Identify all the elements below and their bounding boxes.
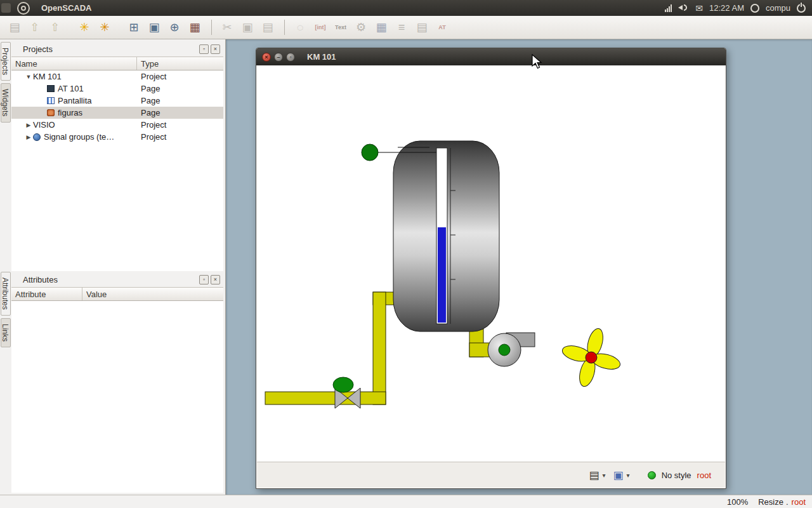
elementary-figure-button[interactable]: ◌ <box>291 18 310 36</box>
new-window-button[interactable]: ⊞ <box>124 18 143 36</box>
run-project-button[interactable]: ✳ <box>95 18 114 36</box>
child-window[interactable]: × – ▫ KM 101 <box>256 48 726 489</box>
topbar-left: OpenSCADA <box>0 0 91 16</box>
float-panel-button[interactable]: ▫ <box>199 275 209 284</box>
dock-tabs-top: ProjectsWidgets <box>1 42 11 125</box>
mail-icon[interactable]: ✉ <box>695 4 703 13</box>
style-dropdown-caret[interactable]: ▾ <box>627 472 630 479</box>
mdi-workspace: × – ▫ KM 101 <box>226 39 812 495</box>
tree-item-label: figuras <box>58 108 82 117</box>
desktop: OpenSCADA ✉ 12:22 AM compu ▤⇧⇧✳✳⊞▣⊕▦✂▣▤◌… <box>0 0 812 508</box>
signal-icon <box>33 133 41 141</box>
dock-tab-widgets[interactable]: Widgets <box>1 83 11 122</box>
attributes-panel-header: Attributes ▫ × <box>11 272 223 287</box>
at-values-widget-button[interactable]: AT <box>433 18 452 36</box>
topbar-indicators: ✉ 12:22 AM compu <box>665 3 812 13</box>
mouse-cursor <box>532 54 546 70</box>
run-widget-button[interactable]: ✳ <box>75 18 94 36</box>
copy-button[interactable]: ▣ <box>238 18 257 36</box>
fan-hub <box>586 352 597 363</box>
print-dropdown-caret[interactable]: ▾ <box>603 472 606 479</box>
column-header-value[interactable]: Value <box>82 288 223 300</box>
dock-tab-attributes[interactable]: Attributes <box>1 272 11 316</box>
close-panel-button[interactable]: × <box>211 275 220 284</box>
app-window-icon[interactable] <box>1 3 11 13</box>
dock-area: ProjectsWidgets AttributesLinks Projects… <box>0 39 226 495</box>
zoom-window-button[interactable]: ⊕ <box>165 18 184 36</box>
session-icon[interactable] <box>750 4 759 13</box>
clock[interactable]: 12:22 AM <box>709 3 744 13</box>
toolbar-separator <box>284 20 285 35</box>
column-header-name[interactable]: Name <box>11 57 137 70</box>
logo-ring <box>21 6 26 11</box>
window-maximize-button[interactable]: ▫ <box>286 53 295 62</box>
expander-open-icon[interactable]: ▼ <box>24 74 33 80</box>
pump[interactable] <box>488 333 535 366</box>
main-toolbar: ▤⇧⇧✳✳⊞▣⊕▦✂▣▤◌[int]Text⚙▦≡▤AT <box>0 16 812 39</box>
window-close-button[interactable]: × <box>262 53 271 62</box>
document-widget-button[interactable]: ▤ <box>412 18 431 36</box>
separator-dot: . <box>786 497 789 507</box>
text-widget-button[interactable]: Text <box>331 18 350 36</box>
projects-table-header: Name Type <box>11 57 223 70</box>
column-header-type[interactable]: Type <box>137 57 223 70</box>
username[interactable]: compu <box>766 3 790 13</box>
tree-item-type: Page <box>137 108 160 117</box>
tree-row[interactable]: AT 101Page <box>11 83 223 95</box>
style-label: No style <box>662 471 691 480</box>
dock-tab-links[interactable]: Links <box>1 318 11 347</box>
tree-item-type: Project <box>137 120 166 130</box>
tree-row[interactable]: ▼KM 101Project <box>11 70 223 83</box>
function-widget-button[interactable]: ⚙ <box>351 18 370 36</box>
active-app-title: OpenSCADA <box>41 3 91 13</box>
at101-icon <box>47 85 55 92</box>
dock-tabs-bottom: AttributesLinks <box>1 272 11 350</box>
expander-closed-icon[interactable]: ▶ <box>24 134 33 140</box>
paste-button[interactable]: ▤ <box>258 18 277 36</box>
grid-toggle-button[interactable]: ▦ <box>185 18 204 36</box>
column-header-attribute[interactable]: Attribute <box>11 288 82 300</box>
window-user-label[interactable]: root <box>697 471 711 480</box>
load-from-db-button[interactable]: ⇧ <box>25 18 44 36</box>
dock-tabstrip: ProjectsWidgets AttributesLinks <box>0 39 11 495</box>
scada-canvas[interactable] <box>257 65 725 462</box>
style-button[interactable]: ▣ <box>613 469 624 482</box>
tree-item-type: Project <box>137 132 166 142</box>
protocol-widget-button[interactable]: ≡ <box>392 18 411 36</box>
cut-button[interactable]: ✂ <box>218 18 237 36</box>
fan[interactable] <box>554 321 627 394</box>
tree-row[interactable]: figurasPage <box>11 107 223 119</box>
projects-tree: ▼KM 101ProjectAT 101PagePantallitaPagefi… <box>11 70 223 271</box>
cascade-windows-button[interactable]: ▣ <box>145 18 164 36</box>
diagram-widget-button[interactable]: ▦ <box>372 18 391 36</box>
float-panel-button[interactable]: ▫ <box>199 44 209 54</box>
tree-item-label: Signal groups (te… <box>44 132 114 142</box>
attributes-panel-title: Attributes <box>23 275 197 284</box>
valve-state-indicator <box>333 377 353 392</box>
power-icon[interactable] <box>797 4 806 13</box>
mode-label: Resize <box>758 497 783 507</box>
save-to-db-button[interactable]: ⇧ <box>46 18 65 36</box>
expander-closed-icon[interactable]: ▶ <box>24 122 33 128</box>
zoom-level: 100% <box>727 497 748 507</box>
tree-item-type: Project <box>137 72 166 81</box>
close-panel-button[interactable]: × <box>211 44 220 54</box>
print-button[interactable]: ▤ <box>5 18 24 36</box>
tree-item-label: KM 101 <box>33 72 62 81</box>
statusbar-user[interactable]: root <box>792 497 806 507</box>
tree-row[interactable]: ▶VISIOProject <box>11 119 223 131</box>
pump-state-indicator <box>499 344 510 356</box>
dock-tab-projects[interactable]: Projects <box>1 42 11 81</box>
distro-logo-icon[interactable] <box>17 2 30 15</box>
tree-row[interactable]: ▶Signal groups (te…Project <box>11 131 223 143</box>
toolbar-separator <box>211 20 212 35</box>
tree-row[interactable]: PantallitaPage <box>11 95 223 107</box>
form-element-button[interactable]: [int] <box>311 18 330 36</box>
volume-icon[interactable] <box>678 4 689 12</box>
print-button[interactable]: ▤ <box>589 469 599 482</box>
network-signal-icon[interactable] <box>665 4 672 12</box>
window-minimize-button[interactable]: – <box>274 53 283 62</box>
tree-item-type: Page <box>137 96 160 105</box>
projects-panel-title: Projects <box>23 44 197 54</box>
window-titlebar[interactable]: × – ▫ KM 101 <box>256 48 726 65</box>
